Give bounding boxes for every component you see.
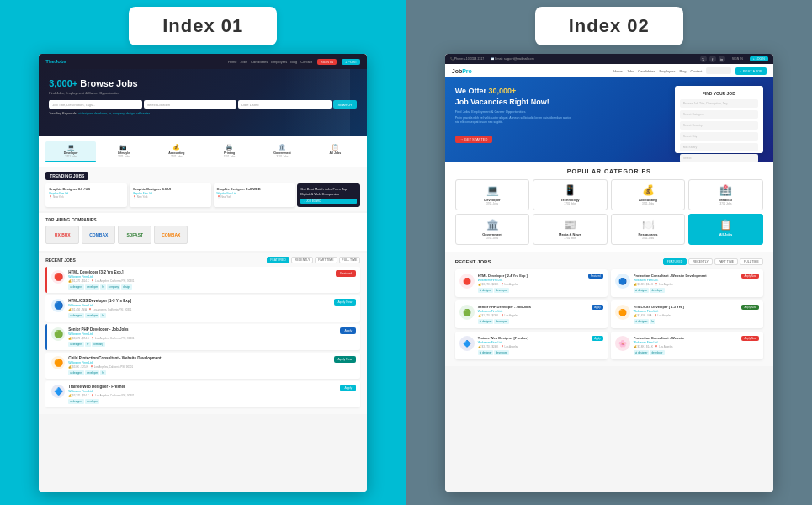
s2-find-input-title[interactable]: Browse Job Title, Description, Tag...: [680, 99, 758, 108]
s2-hero-cta[interactable]: → GET STARTED: [455, 136, 493, 143]
s2-find-input-country[interactable]: Select Country: [680, 121, 758, 130]
s1-nav-contact[interactable]: Contact: [300, 60, 312, 64]
s1-apply-btn-1[interactable]: Featured: [336, 270, 356, 277]
s2-nav-home[interactable]: Home: [613, 69, 623, 73]
s1-filter-fulltime[interactable]: FULL TIME: [339, 257, 361, 263]
s2-cat-count-rest: 3701 Jobs: [642, 237, 654, 240]
s2-cat-all[interactable]: 📋 All Jobs: [688, 214, 763, 245]
s2-cat-medical[interactable]: 🏥 Medical 3701 Jobs: [688, 179, 763, 210]
s2-badge-3[interactable]: Apply: [592, 305, 603, 310]
s1-trending-header: TRENDING JOBS: [45, 172, 360, 180]
s2-rest-icon: 🍽️: [642, 219, 655, 231]
s1-filter-parttime[interactable]: PART TIME: [315, 257, 337, 263]
s2-filter-featured[interactable]: FEATURED: [663, 258, 687, 265]
s2-cat-government[interactable]: 🏛️ Government 3701 Jobs: [455, 214, 530, 245]
s1-trending-card-1[interactable]: Graphic Designer 3.0 / US Wapdon Firm Lt…: [45, 183, 127, 207]
s1-logo-2[interactable]: COMBAX: [82, 226, 115, 244]
s1-categories: 💻 Developer 3701 Jobs 📷 Lifestyle 3701 J…: [39, 136, 367, 167]
s1-trending-card-2[interactable]: Graphic Designer 4.6/UI Wapdon Firm Ltd.…: [130, 183, 211, 207]
s1-cat-government[interactable]: 🏛️ Government 3701 Jobs: [257, 141, 308, 162]
s2-filter-parttime[interactable]: PART TIME: [714, 258, 738, 265]
s1-filter-recently[interactable]: RECENTLY: [291, 257, 313, 263]
index01-content: TheJobs Home Jobs Candidates Employers B…: [39, 54, 367, 492]
s2-kw2-5-1: ui designer: [478, 350, 494, 355]
s2-nav-candidates[interactable]: Candidates: [638, 69, 655, 73]
s2-topbar-post[interactable]: + LOGIN: [750, 56, 768, 61]
s2-badge-5[interactable]: Apply: [592, 336, 603, 341]
s2-nav-contact[interactable]: Contact: [690, 69, 702, 73]
s2-find-input-salary[interactable]: Min Salary: [680, 143, 758, 152]
s2-cat-technology[interactable]: 📱 Technology 3701 Jobs: [533, 179, 608, 210]
s1-kw-2-3: hr: [100, 313, 106, 318]
s2-badge-6[interactable]: Apply Now: [741, 336, 758, 341]
s1-apply-btn-4[interactable]: Apply Now: [334, 356, 357, 363]
s1-signin-btn[interactable]: SIGN IN: [317, 59, 337, 65]
left-title: Index 01: [162, 15, 243, 37]
s1-logo-3[interactable]: SDFAST: [118, 226, 151, 244]
s1-cat-developer[interactable]: 💻 Developer 3701 Jobs: [45, 141, 96, 162]
s2-twitter-icon[interactable]: 𝕏: [700, 56, 707, 62]
s1-nav-blog[interactable]: Blog: [290, 60, 297, 64]
s2-gov-icon: 🏛️: [486, 219, 499, 231]
s2-cat-media[interactable]: 📰 Media & News 3701 Jobs: [533, 214, 608, 245]
s1-cat-lifestyle[interactable]: 📷 Lifestyle 3701 Jobs: [98, 141, 149, 162]
s1-logo-4[interactable]: COMBAX: [154, 226, 188, 244]
s2-nav-search[interactable]: [706, 67, 731, 74]
s1-nav-jobs[interactable]: Jobs: [241, 60, 247, 64]
left-panel: Index 01 TheJobs Home Jobs Candidates Em…: [0, 0, 406, 505]
s2-job-company2-2: Wokraom Firm Ltd.: [634, 279, 739, 282]
s1-apply-btn-2[interactable]: Apply Now: [334, 299, 357, 306]
s1-trending-card-3[interactable]: Graphic Designer Full WEB Wapdon Firm Lt…: [214, 183, 295, 207]
s2-job-kw2-5: ui designer developer: [478, 350, 588, 355]
s2-post-job-btn[interactable]: + POST A JOB: [735, 67, 767, 75]
s2-find-input-category[interactable]: Select Category: [680, 110, 758, 119]
right-title: Index 02: [569, 15, 650, 37]
s2-facebook-icon[interactable]: f: [709, 56, 716, 62]
s1-nav-employers[interactable]: Employers: [271, 60, 287, 64]
s2-filter-row: FEATURED RECENTLY PART TIME FULL TIME: [663, 258, 763, 265]
s1-navbar: TheJobs Home Jobs Candidates Employers B…: [39, 54, 367, 69]
s1-apply-btn-5[interactable]: Apply: [340, 385, 356, 391]
s2-filter-fulltime[interactable]: FULL TIME: [740, 258, 763, 265]
s1-search-input2[interactable]: Select Location: [144, 100, 236, 109]
s2-cat-restaurants[interactable]: 🍽️ Restaurants 3701 Jobs: [611, 214, 686, 245]
s1-cat-accounting[interactable]: 💰 Accounting 3701 Jobs: [151, 141, 202, 162]
s2-nav-blog[interactable]: Blog: [679, 69, 686, 73]
s1-company-ad: Get Best Match Jobs From Top Digital & W…: [297, 183, 360, 207]
s1-job-keywords-5: ui designer developer: [68, 399, 337, 404]
s2-find-input-city[interactable]: Select City: [680, 132, 758, 141]
s1-kw-1-5: design: [121, 284, 132, 290]
s2-job-logo2-1: 🔴: [459, 274, 475, 289]
s2-cat-accounting[interactable]: 💰 Accounting 3701 Jobs: [611, 179, 686, 210]
s2-brand: JobPro: [452, 68, 472, 74]
s2-job-info2-5: Trainee Web Designer [Fresher] Wokraom F…: [478, 336, 588, 355]
s2-badge-4[interactable]: Apply Now: [741, 305, 758, 310]
s2-nav-jobs[interactable]: Jobs: [627, 69, 634, 73]
s1-trending-title-3: Graphic Designer Full WEB: [217, 187, 292, 191]
s1-ad-btn[interactable]: → JOB BOARD: [300, 199, 357, 204]
s2-filter-recently[interactable]: RECENTLY: [688, 258, 712, 265]
s1-job-keywords-3: ui designer hr company: [68, 342, 337, 347]
s2-kw2-3-1: ui designer: [478, 319, 494, 324]
s2-nav-employers[interactable]: Employers: [660, 69, 676, 73]
s1-job-company-2: Wokraom Firm Ltd.: [68, 304, 330, 307]
s2-linkedin-icon[interactable]: in: [719, 56, 725, 62]
s2-cat-developer[interactable]: 💻 Developer 3701 Jobs: [455, 179, 530, 210]
s2-find-input-type[interactable]: Select: [680, 154, 758, 162]
s2-job-logo2-5: 🔷: [459, 336, 475, 351]
s1-logo-1[interactable]: UX BUX: [45, 226, 79, 244]
s1-nav-candidates[interactable]: Candidates: [251, 60, 268, 64]
s1-filter-featured[interactable]: FEATURED: [267, 257, 289, 263]
s2-badge-1[interactable]: Featured: [588, 274, 603, 279]
s2-recent-title: RECENT JOBS: [455, 259, 491, 264]
s1-job-logo-1: 🔴: [51, 270, 65, 284]
s1-cat-all[interactable]: 📋 All Jobs: [310, 141, 360, 162]
s2-job-meta2-3: 💰 $1,270 - $74.K 📍 Los Angeles: [478, 314, 588, 317]
s2-badge-2[interactable]: Apply Now: [741, 274, 758, 279]
s2-signin[interactable]: SIGN IN: [732, 57, 743, 61]
s1-register-btn[interactable]: + POST: [342, 59, 360, 65]
s1-search-input1[interactable]: Job Title, Description, Tags...: [49, 100, 141, 109]
s1-apply-btn-3[interactable]: Apply: [340, 327, 356, 334]
s1-nav-home[interactable]: Home: [228, 60, 237, 64]
s1-cat-printing[interactable]: 🖨️ Printing 3701 Jobs: [204, 141, 255, 162]
